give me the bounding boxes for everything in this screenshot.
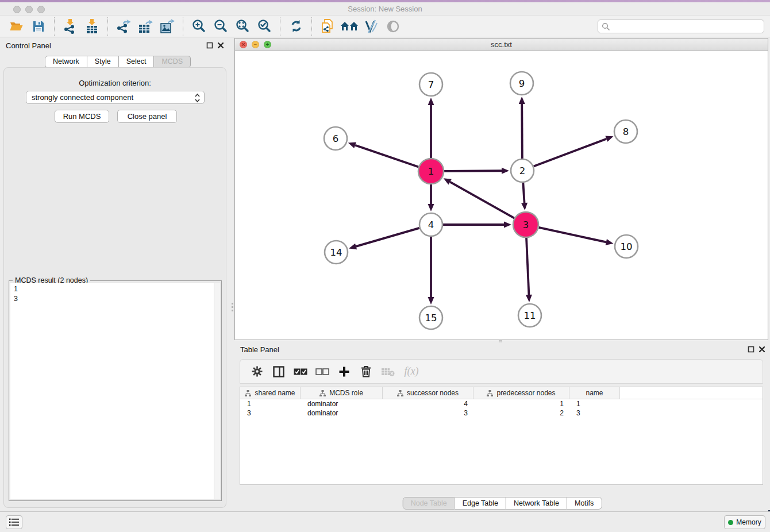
network-close-button[interactable]: ✕ — [240, 41, 247, 48]
network-graph-canvas[interactable]: 7968124314101511 — [235, 52, 768, 340]
graph-node-label-15: 15 — [425, 313, 437, 323]
arrowhead-1-6 — [348, 142, 356, 148]
zoom-in-icon[interactable] — [190, 17, 208, 36]
arrowhead-2-3 — [521, 203, 528, 210]
deselect-all-checkboxes-icon[interactable] — [314, 363, 331, 380]
cell-shared-name[interactable]: 1 — [240, 399, 301, 408]
column-header-shared-name[interactable]: shared name — [240, 387, 301, 399]
search-box[interactable] — [598, 20, 764, 33]
edge-4-14[interactable] — [356, 228, 419, 246]
node-table-body: 1dominator4113dominator323 — [240, 399, 763, 418]
cell-shared-name[interactable]: 3 — [240, 408, 301, 418]
cell-name[interactable]: 1 — [569, 399, 620, 408]
graph-node-label-11: 11 — [524, 310, 536, 321]
select-all-checkboxes-icon[interactable] — [292, 363, 309, 380]
network-zoom-button[interactable]: + — [264, 41, 271, 48]
task-history-button[interactable] — [6, 515, 22, 529]
tab-network-table[interactable]: Network Table — [506, 497, 567, 510]
floppy-disk-icon — [32, 20, 45, 33]
arrowhead-1-2 — [502, 168, 509, 174]
cell-successor-nodes[interactable]: 4 — [383, 399, 473, 408]
vertical-splitter[interactable] — [230, 37, 234, 511]
network-window-titlebar[interactable]: scc.txt ✕ − + — [235, 38, 768, 51]
table-row[interactable]: 1dominator411 — [240, 399, 763, 408]
delete-column-icon[interactable] — [357, 363, 375, 380]
edge-2-9[interactable] — [522, 104, 522, 159]
delete-table-icon — [379, 363, 396, 380]
magnifier-check-glyph — [257, 19, 272, 33]
export-network-icon[interactable] — [114, 17, 133, 36]
tab-edge-table[interactable]: Edge Table — [455, 497, 506, 510]
node-table[interactable]: shared nameMCDS rolesuccessor nodesprede… — [240, 387, 763, 485]
main-toolbar — [0, 16, 770, 37]
close-panel-icon[interactable] — [217, 42, 224, 49]
column-label: shared name — [255, 389, 295, 397]
export-image-glyph — [160, 19, 175, 34]
cell-predecessor-nodes[interactable]: 1 — [473, 399, 569, 408]
first-neighbors-icon[interactable] — [340, 17, 359, 36]
graph-node-label-9: 9 — [519, 78, 525, 89]
arrowhead-4-3 — [504, 222, 511, 228]
tab-select[interactable]: Select — [119, 56, 155, 68]
app-titlebar: Session: New Session — [0, 2, 770, 16]
tab-motifs[interactable]: Motifs — [567, 497, 602, 510]
close-table-panel-icon[interactable] — [759, 346, 765, 353]
tab-network[interactable]: Network — [45, 56, 87, 68]
edge-3-10[interactable] — [538, 228, 606, 242]
edge-1-6[interactable] — [355, 145, 418, 167]
vizmap-v-glyph — [364, 20, 379, 33]
cell-predecessor-nodes[interactable]: 2 — [473, 408, 569, 418]
result-scrollbar[interactable] — [214, 283, 220, 499]
cell-successor-nodes[interactable]: 3 — [383, 408, 473, 418]
birds-eye-view-icon[interactable] — [384, 17, 402, 36]
column-header-predecessor-nodes[interactable]: predecessor nodes — [473, 387, 569, 399]
function-builder-icon: f(x) — [401, 363, 418, 380]
edge-3-11[interactable] — [526, 238, 529, 295]
add-column-icon[interactable] — [336, 363, 353, 380]
table-delete-glyph — [381, 367, 395, 376]
import-table-icon[interactable] — [83, 17, 101, 36]
edge-2-3[interactable] — [523, 183, 524, 203]
folder-open-icon — [9, 20, 24, 33]
edge-1-2[interactable] — [444, 171, 502, 171]
tab-node-table[interactable]: Node Table — [403, 497, 455, 510]
control-panel-tabs: NetworkStyleSelectMCDS — [45, 56, 191, 68]
clone-network-icon[interactable] — [318, 17, 337, 36]
cell-mcds-role[interactable]: dominator — [301, 408, 383, 418]
zoom-out-icon[interactable] — [211, 17, 230, 36]
memory-button[interactable]: Memory — [724, 515, 765, 529]
cell-mcds-role[interactable]: dominator — [301, 399, 383, 408]
export-table-icon[interactable] — [136, 17, 155, 36]
edge-2-8[interactable] — [534, 139, 607, 167]
settings-gear-icon[interactable] — [248, 363, 265, 380]
save-session-icon[interactable] — [29, 17, 48, 36]
column-header-mcds-role[interactable]: MCDS role — [301, 387, 383, 399]
close-panel-button[interactable]: Close panel — [117, 110, 177, 123]
criterion-dropdown[interactable]: strongly connected component — [26, 91, 205, 104]
zoom-fit-icon[interactable] — [233, 17, 252, 36]
open-session-icon[interactable] — [7, 17, 26, 36]
magnifier-plus-glyph — [192, 19, 206, 33]
refresh-layout-icon[interactable] — [287, 17, 305, 36]
column-header-successor-nodes[interactable]: successor nodes — [383, 387, 473, 399]
import-network-icon[interactable] — [61, 17, 79, 36]
list-icon — [9, 518, 19, 526]
network-minimize-button[interactable]: − — [252, 41, 259, 48]
magnifier-fit-glyph — [236, 19, 250, 33]
toggle-panel-icon[interactable] — [270, 363, 287, 380]
toggle-styles-icon[interactable] — [362, 17, 380, 36]
mcds-result-text[interactable]: 1 3 — [10, 283, 214, 499]
edge-3-1[interactable] — [450, 182, 514, 218]
search-input[interactable] — [610, 21, 764, 32]
table-row[interactable]: 3dominator323 — [240, 408, 763, 418]
zoom-selected-icon[interactable] — [255, 17, 274, 36]
column-header-name[interactable]: name — [569, 387, 620, 399]
float-table-panel-icon[interactable] — [748, 346, 754, 353]
tab-style[interactable]: Style — [87, 56, 119, 68]
export-image-icon[interactable] — [158, 17, 176, 36]
app-title: Session: New Session — [0, 2, 770, 16]
tab-mcds[interactable]: MCDS — [154, 56, 191, 68]
cell-name[interactable]: 3 — [569, 408, 620, 418]
float-panel-icon[interactable] — [206, 42, 213, 49]
run-mcds-button[interactable]: Run MCDS — [55, 110, 109, 123]
